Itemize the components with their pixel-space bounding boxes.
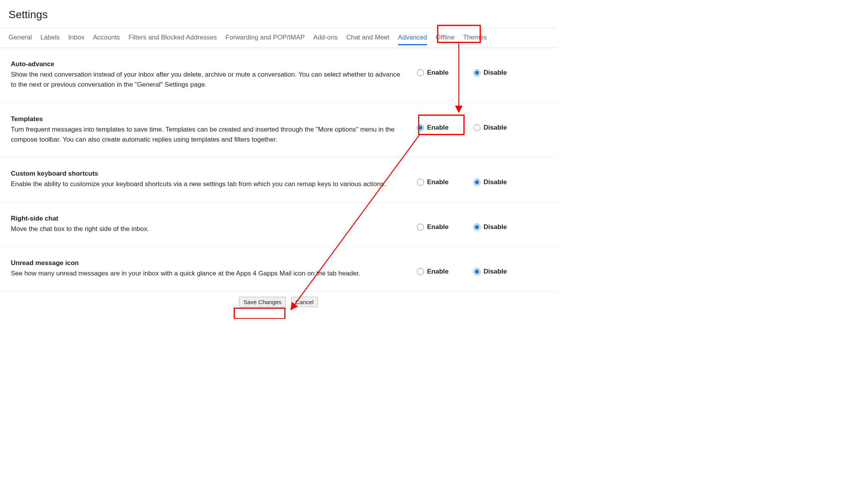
enable-radio[interactable]: [417, 179, 424, 186]
disable-radio[interactable]: [473, 268, 480, 275]
enable-label: Enable: [427, 268, 449, 275]
disable-radio[interactable]: [473, 69, 480, 76]
disable-option[interactable]: Disable: [473, 268, 514, 275]
save-button[interactable]: Save Changes: [239, 297, 285, 307]
enable-option[interactable]: Enable: [417, 178, 458, 186]
disable-label: Disable: [484, 124, 507, 132]
tab-labels[interactable]: Labels: [40, 34, 60, 42]
tab-inbox[interactable]: Inbox: [68, 34, 85, 42]
disable-radio[interactable]: [473, 124, 480, 131]
setting-description: Turn frequent messages into templates to…: [11, 125, 402, 145]
setting-title: Auto-advance: [11, 60, 402, 68]
disable-label: Disable: [484, 178, 507, 186]
tab-forwarding-and-pop-imap[interactable]: Forwarding and POP/IMAP: [226, 34, 305, 42]
enable-label: Enable: [427, 124, 449, 132]
setting-description: Enable the ability to customize your key…: [11, 179, 402, 189]
disable-radio[interactable]: [473, 224, 480, 231]
disable-radio[interactable]: [473, 179, 480, 186]
page-title: Settings: [0, 0, 557, 28]
setting-row: Unread message iconSee how many unread m…: [0, 247, 557, 291]
disable-label: Disable: [484, 223, 507, 231]
disable-option[interactable]: Disable: [473, 178, 514, 186]
setting-title: Right-side chat: [11, 215, 402, 222]
disable-label: Disable: [484, 69, 507, 77]
disable-option[interactable]: Disable: [473, 223, 514, 231]
enable-option[interactable]: Enable: [417, 69, 458, 77]
enable-radio[interactable]: [417, 268, 424, 275]
enable-option[interactable]: Enable: [417, 124, 458, 132]
enable-label: Enable: [427, 223, 449, 231]
enable-label: Enable: [427, 178, 449, 186]
enable-option[interactable]: Enable: [417, 223, 458, 231]
tab-chat-and-meet[interactable]: Chat and Meet: [346, 34, 390, 42]
tab-advanced[interactable]: Advanced: [398, 34, 427, 42]
tab-themes[interactable]: Themes: [463, 34, 487, 42]
enable-label: Enable: [427, 69, 449, 77]
disable-option[interactable]: Disable: [473, 69, 514, 77]
enable-radio[interactable]: [417, 69, 424, 76]
tab-add-ons[interactable]: Add-ons: [313, 34, 338, 42]
tab-offline[interactable]: Offline: [436, 34, 455, 42]
enable-option[interactable]: Enable: [417, 268, 458, 275]
setting-title: Custom keyboard shortcuts: [11, 170, 402, 178]
setting-row: Right-side chatMove the chat box to the …: [0, 202, 557, 247]
setting-description: See how many unread messages are in your…: [11, 269, 402, 279]
tab-filters-and-blocked-addresses[interactable]: Filters and Blocked Addresses: [128, 34, 217, 42]
tab-general[interactable]: General: [9, 34, 32, 42]
tab-accounts[interactable]: Accounts: [93, 34, 120, 42]
setting-description: Show the next conversation instead of yo…: [11, 70, 402, 90]
disable-option[interactable]: Disable: [473, 124, 514, 132]
disable-label: Disable: [484, 268, 507, 275]
setting-row: Custom keyboard shortcutsEnable the abil…: [0, 157, 557, 202]
setting-description: Move the chat box to the right side of t…: [11, 224, 402, 234]
setting-title: Unread message icon: [11, 259, 402, 267]
enable-radio[interactable]: [417, 124, 424, 131]
buttons-row: Save Changes Cancel: [0, 291, 557, 319]
setting-row: TemplatesTurn frequent messages into tem…: [0, 103, 557, 158]
setting-row: Auto-advanceShow the next conversation i…: [0, 48, 557, 103]
setting-title: Templates: [11, 115, 402, 123]
enable-radio[interactable]: [417, 224, 424, 231]
cancel-button[interactable]: Cancel: [291, 297, 318, 307]
tabs-bar: GeneralLabelsInboxAccountsFilters and Bl…: [0, 28, 557, 48]
